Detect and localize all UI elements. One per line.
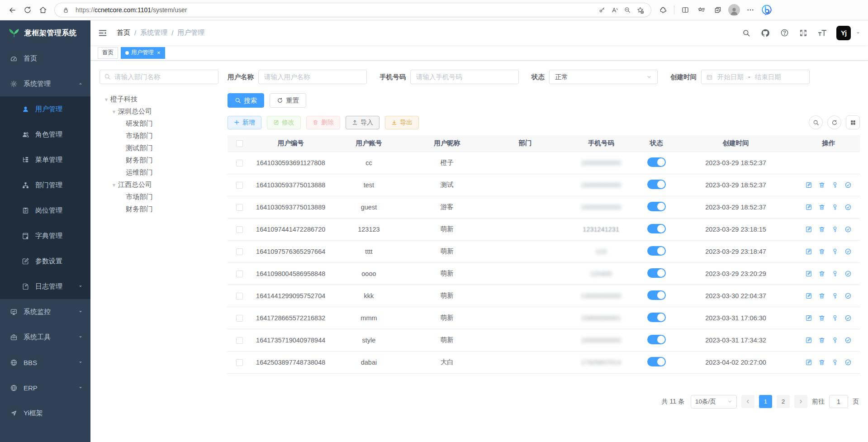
select-all-checkbox[interactable]	[236, 140, 243, 147]
row-delete-icon[interactable]	[818, 226, 825, 233]
sidebar-item-7[interactable]: 字典管理	[0, 223, 90, 248]
status-toggle[interactable]	[647, 224, 666, 233]
sidebar-item-1[interactable]: 系统管理	[0, 71, 90, 96]
row-delete-icon[interactable]	[818, 248, 825, 255]
row-assign-role-icon[interactable]	[844, 292, 852, 299]
sidebar-item-9[interactable]: 日志管理	[0, 274, 90, 299]
status-toggle[interactable]	[647, 202, 666, 211]
sidebar-item-4[interactable]: 菜单管理	[0, 147, 90, 172]
row-delete-icon[interactable]	[818, 337, 825, 344]
sidebar-item-5[interactable]: 部门管理	[0, 172, 90, 198]
help-icon[interactable]	[779, 28, 789, 38]
split-screen-icon[interactable]	[678, 2, 693, 18]
status-toggle[interactable]	[647, 313, 666, 322]
copilot-icon[interactable]	[759, 2, 774, 18]
font-size-icon[interactable]	[817, 28, 827, 38]
row-delete-icon[interactable]	[818, 292, 825, 299]
address-bar[interactable]: https://ccnetcore.com:1101/system/user	[54, 3, 651, 17]
status-select[interactable]: 正常	[549, 70, 658, 84]
status-toggle[interactable]	[647, 246, 666, 256]
row-reset-password-icon[interactable]	[831, 204, 839, 211]
row-edit-icon[interactable]	[805, 359, 812, 366]
row-checkbox[interactable]	[236, 204, 243, 211]
row-reset-password-icon[interactable]	[831, 226, 839, 233]
row-reset-password-icon[interactable]	[831, 270, 839, 277]
row-edit-icon[interactable]	[805, 292, 812, 299]
row-edit-icon[interactable]	[805, 248, 812, 255]
row-edit-icon[interactable]	[805, 204, 812, 211]
tree-node-2[interactable]: 研发部门	[100, 118, 218, 130]
sidebar-item-11[interactable]: 系统工具	[0, 324, 90, 350]
browser-back-button[interactable]	[5, 2, 20, 18]
sidebar-item-6[interactable]: 岗位管理	[0, 198, 90, 223]
tree-node-9[interactable]: 财务部门	[100, 203, 218, 215]
row-checkbox[interactable]	[236, 248, 243, 255]
row-edit-icon[interactable]	[805, 270, 812, 277]
sidebar-item-12[interactable]: BBS	[0, 350, 90, 375]
github-icon[interactable]	[760, 28, 770, 38]
status-toggle[interactable]	[647, 268, 666, 278]
row-checkbox[interactable]	[236, 293, 243, 299]
refresh-table-button[interactable]	[827, 115, 841, 129]
row-assign-role-icon[interactable]	[844, 337, 852, 344]
profile-avatar[interactable]	[727, 2, 741, 18]
sidebar-item-8[interactable]: 参数设置	[0, 248, 90, 274]
status-toggle[interactable]	[647, 335, 666, 344]
tree-node-0[interactable]: ▼橙子科技	[100, 93, 218, 105]
tree-node-3[interactable]: 市场部门	[100, 130, 218, 142]
tree-node-1[interactable]: ▼深圳总公司	[100, 105, 218, 118]
next-page-button[interactable]	[794, 395, 807, 408]
row-assign-role-icon[interactable]	[844, 270, 852, 277]
row-checkbox[interactable]	[236, 337, 243, 344]
page-size-select[interactable]: 10条/页	[691, 395, 737, 409]
collections-icon[interactable]	[711, 2, 725, 18]
row-checkbox[interactable]	[236, 271, 243, 277]
status-toggle[interactable]	[647, 180, 666, 189]
row-assign-role-icon[interactable]	[844, 314, 852, 322]
tag-close-icon[interactable]: ×	[157, 49, 161, 56]
zoom-out-icon[interactable]	[621, 4, 634, 16]
row-assign-role-icon[interactable]	[844, 204, 852, 211]
user-avatar[interactable]: Yj	[836, 26, 851, 40]
row-delete-icon[interactable]	[818, 204, 825, 211]
row-assign-role-icon[interactable]	[844, 226, 852, 233]
row-checkbox[interactable]	[236, 226, 243, 233]
tree-node-6[interactable]: 运维部门	[100, 166, 218, 179]
row-edit-icon[interactable]	[805, 226, 812, 233]
row-reset-password-icon[interactable]	[831, 337, 839, 344]
lock-icon[interactable]	[59, 4, 72, 16]
tree-node-7[interactable]: ▼江西总公司	[100, 179, 218, 191]
reset-button[interactable]: 重置	[270, 93, 306, 108]
row-delete-icon[interactable]	[818, 181, 825, 189]
more-menu-icon[interactable]	[743, 2, 758, 18]
hamburger-icon[interactable]	[98, 27, 109, 39]
prev-page-button[interactable]	[741, 395, 754, 408]
read-aloud-icon[interactable]	[608, 4, 621, 16]
row-delete-icon[interactable]	[818, 270, 825, 277]
sidebar-item-2[interactable]: 用户管理	[0, 96, 90, 122]
sidebar-item-14[interactable]: Yi框架	[0, 400, 90, 426]
goto-page-input[interactable]	[829, 395, 848, 408]
toggle-search-button[interactable]	[809, 115, 823, 129]
date-range-picker[interactable]: 开始日期 - 结束日期	[701, 70, 810, 84]
row-reset-password-icon[interactable]	[831, 314, 839, 322]
sidebar-item-13[interactable]: ERP	[0, 375, 90, 400]
row-reset-password-icon[interactable]	[831, 292, 839, 299]
browser-home-button[interactable]	[35, 2, 51, 18]
breadcrumb-item-0[interactable]: 首页	[117, 29, 130, 37]
extensions-icon[interactable]	[656, 2, 670, 18]
delete-button[interactable]: 删除	[306, 116, 340, 129]
column-settings-button[interactable]	[846, 115, 860, 129]
row-delete-icon[interactable]	[818, 314, 825, 322]
add-favorite-icon[interactable]	[634, 4, 646, 16]
tag-1[interactable]: 用户管理×	[121, 47, 165, 59]
avatar-caret-icon[interactable]	[855, 30, 861, 36]
dept-search-input[interactable]	[100, 70, 218, 84]
tree-node-8[interactable]: 市场部门	[100, 191, 218, 203]
app-logo[interactable]: 意框架管理系统	[0, 20, 90, 46]
row-reset-password-icon[interactable]	[831, 181, 839, 189]
browser-refresh-button[interactable]	[20, 2, 35, 18]
row-checkbox[interactable]	[236, 315, 243, 322]
username-input[interactable]	[258, 70, 367, 84]
export-button[interactable]: 导出	[385, 116, 419, 129]
